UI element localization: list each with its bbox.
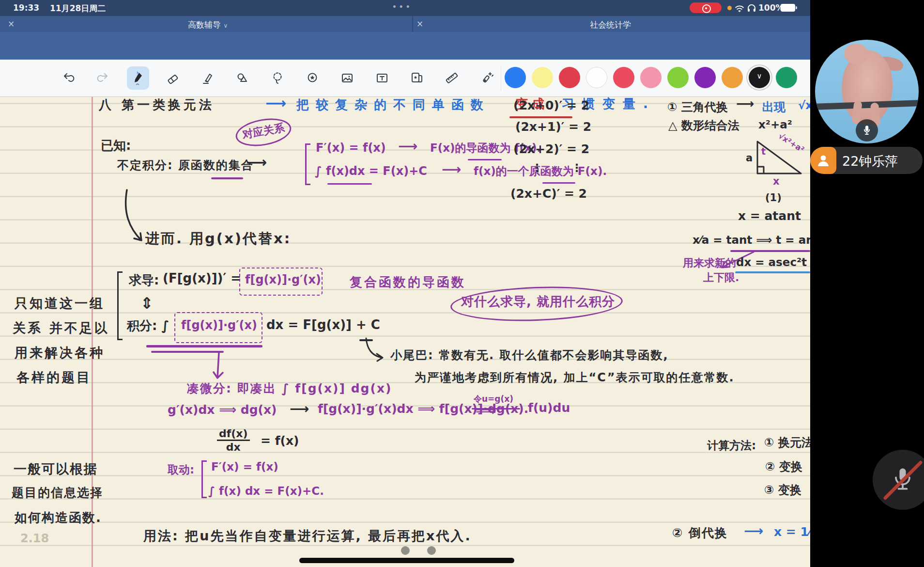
muted-mic-icon[interactable] [873,450,924,510]
note-text: 进而. 用g(x)代替x: [145,231,291,247]
underline-stroke [735,271,810,273]
elements-tool[interactable] [406,66,428,90]
note-text: ⟹ [476,402,496,419]
shapes-tool[interactable] [231,66,254,90]
note-text: 只知道这一组 [15,296,105,311]
note-text: (2x+2)′ = 2 [513,142,589,157]
note-text: ② 变换 [765,460,802,474]
color-swatch-black[interactable] [749,67,770,88]
highlighter-tool[interactable] [197,66,219,90]
note-text: 积分: ∫ [127,319,169,333]
color-swatch-green[interactable] [667,67,689,88]
note-text: 取动: [168,463,194,476]
color-swatch-blue[interactable] [505,67,526,88]
color-swatch-pale-yellow[interactable] [532,67,553,88]
color-swatch-purple[interactable] [694,67,716,88]
note-text: a [746,152,753,164]
note-text: 把较复杂的不同单函数 [296,98,490,112]
bracket-stroke [201,460,207,498]
note-text: 凑微分: 即凑出 ∫ f[g(x)] dg(x) [187,382,392,396]
tool-bar [0,60,810,97]
color-swatch-pink[interactable] [640,67,662,88]
underline-stroke [146,345,262,347]
note-text: 出现 [762,101,785,114]
text-tool[interactable] [371,66,393,90]
avatar-mic-badge-icon [856,119,878,142]
note-text: ⟶ [398,139,417,154]
laser-tool[interactable] [476,66,498,90]
underline-stroke [327,183,372,185]
note-text: 用来求新的 [683,257,736,269]
note-text: t [761,146,766,157]
note-text: ⟶ [265,97,286,112]
note-text: (F[g(x)])′ = [163,271,241,286]
note-canvas[interactable]: 八 第一类换元法⟶把较复杂的不同单函数变成习惯变量.已知:不定积分: 原函数的集… [0,97,810,567]
status-date: 11月28日周二 [50,3,106,14]
note-text: ⋮ [532,162,542,174]
color-swatch-emerald[interactable] [776,67,797,88]
note-text: ∫ f(x) dx = F(x)+C. [208,485,324,497]
note-text: √x²+a² [777,132,806,155]
mic-active-dot-icon [727,6,732,10]
image-tool[interactable] [336,66,358,90]
color-swatch-crimson[interactable] [613,67,634,88]
underline-stroke [151,351,224,353]
status-center-dots: • • • [392,3,410,11]
lasso-tool[interactable] [266,66,289,90]
note-text: x⁄a = tant ⟹ t = arctan x⁄a [693,234,810,246]
eraser-tool[interactable] [162,66,184,90]
note-text: (1) [765,192,782,204]
tab-title-left[interactable]: 高数辅导 ∨ [188,19,228,31]
stickers-tool[interactable] [301,66,323,90]
recording-indicator-icon[interactable] [690,2,722,13]
note-text: F′(x) = f(x) [211,460,278,473]
chevron-down-icon: ∨ [223,22,228,29]
note-text: 上下限. [703,271,739,284]
underline-stroke [359,339,373,341]
battery-icon [781,4,795,12]
close-right-tab-icon[interactable]: × [416,19,423,29]
note-text: 2.18 [20,532,49,546]
ink-stroke [214,353,223,378]
note-text: ① 三角代换 [667,101,728,114]
underline-stroke [542,182,575,184]
underline-stroke [211,177,243,179]
note-text: = f(x) [261,434,299,448]
participant-avatar[interactable] [815,40,919,143]
close-left-tab-icon[interactable]: × [8,19,15,29]
fraction-note: df(x)dx [217,427,250,453]
tab-title-right[interactable]: 社会统计学 [590,19,631,31]
color-swatch-red[interactable] [559,67,580,88]
note-text: △ 数形结合法 [668,119,739,133]
note-text: f(u)du [528,401,570,415]
page-dot[interactable] [401,546,410,555]
note-text: 对什么求导, 就用什么积分 [461,295,615,309]
underline-stroke [509,116,572,118]
video-call-panel: 22钟乐萍 [810,0,924,567]
note-text: 关系 并不足以 [13,320,109,335]
tool-row [57,66,498,90]
ruler-tool[interactable] [441,66,463,90]
note-text: ① 换元法 [764,436,810,450]
underline-stroke [730,250,810,252]
note-text: 用法: 把u先当作自变量进行运算, 最后再把x代入. [143,528,472,543]
note-text: ⋮ [571,162,582,174]
note-text: 各样的题目 [16,370,92,385]
redo-tool[interactable] [92,66,114,90]
note-text: f[g(x)]·g′(x) [181,319,257,332]
note-text: 复合函数的导函数 [350,275,466,290]
note-text: ② 倒代换 [672,526,728,540]
page-dot[interactable] [427,546,436,555]
ink-stroke [366,338,383,361]
undo-tool[interactable] [57,66,79,90]
color-swatch-white[interactable] [586,67,607,88]
bracket-stroke [117,271,123,340]
note-text: 小尾巴: 常数有无. 取什么值都不会影响其导函数, [390,349,669,362]
note-text: 不定积分: 原函数的集合 [117,159,254,173]
pen-tool[interactable] [127,66,149,90]
note-text: x = atant [738,209,801,223]
color-swatch-orange[interactable] [722,67,743,88]
horizontal-scrollbar[interactable] [299,558,514,563]
note-text: 用来解决各种 [15,345,105,360]
participant-name-tag: 22钟乐萍 [810,147,923,174]
